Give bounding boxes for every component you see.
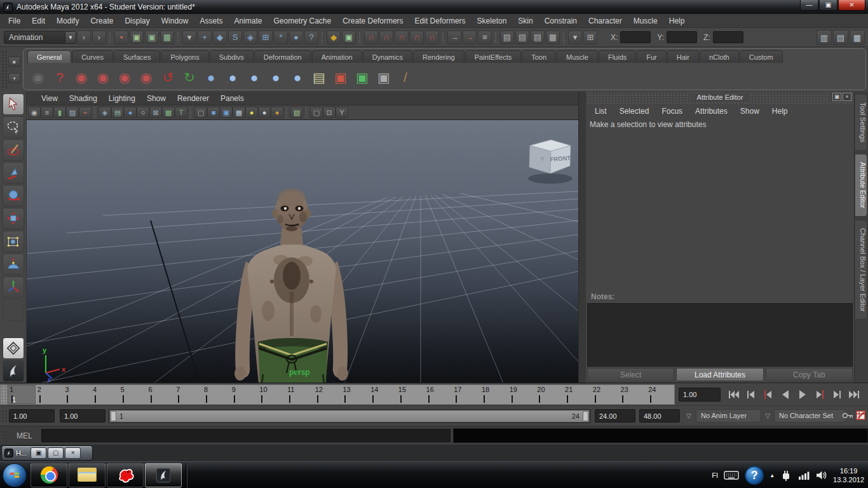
- command-line-language-toggle[interactable]: MEL: [17, 431, 32, 440]
- y-coordinate-input[interactable]: [667, 31, 697, 43]
- highlight-selection-icon[interactable]: ▣: [342, 30, 356, 44]
- single-pane-layout-button[interactable]: [3, 337, 24, 359]
- close-panel-icon[interactable]: ×: [843, 93, 851, 101]
- playblast-film-reel-icon[interactable]: ◉: [28, 67, 48, 87]
- character-set-dropdown-icon[interactable]: ▽: [763, 411, 773, 421]
- red-cube-select-icon[interactable]: ▣: [330, 67, 351, 87]
- move-tool-button[interactable]: [3, 162, 24, 184]
- select-rendering-icon[interactable]: ●: [289, 30, 303, 44]
- animation-end-input[interactable]: [639, 409, 680, 423]
- range-slider-track[interactable]: 1 24: [108, 409, 591, 423]
- close-window-icon[interactable]: ×: [65, 447, 81, 459]
- select-deformers-icon[interactable]: ⊞: [259, 30, 273, 44]
- shelf-tab-ncloth[interactable]: nCloth: [700, 50, 739, 63]
- share-view-icon[interactable]: Y: [336, 107, 348, 118]
- go-to-end-button[interactable]: [845, 386, 862, 403]
- frame-16[interactable]: 16: [424, 385, 452, 404]
- menu-window[interactable]: Window: [156, 14, 194, 28]
- close-button[interactable]: ✕: [838, 0, 865, 11]
- gate-mask-icon[interactable]: ○: [137, 107, 149, 118]
- menu-skeleton[interactable]: Skeleton: [471, 14, 513, 28]
- playback-end-input[interactable]: [595, 409, 635, 423]
- maya-taskbar-button[interactable]: [145, 463, 182, 487]
- animation-start-input[interactable]: [9, 409, 55, 423]
- step-forward-key-button[interactable]: [811, 386, 828, 403]
- menu-geometry-cache[interactable]: Geometry Cache: [268, 14, 337, 28]
- ae-menu-show[interactable]: Show: [734, 104, 766, 118]
- panel-splitter[interactable]: [578, 92, 586, 383]
- menu-constrain[interactable]: Constrain: [539, 14, 583, 28]
- mask-expand-icon[interactable]: ▾: [182, 30, 196, 44]
- shelf-drag-handle[interactable]: [1, 50, 7, 88]
- snap-to-grid-icon[interactable]: ∩: [364, 30, 378, 44]
- bookmarks-icon[interactable]: ▮: [53, 107, 66, 118]
- shelf-tab-hair[interactable]: Hair: [667, 50, 699, 63]
- frame-17[interactable]: 17: [452, 385, 480, 404]
- snap-to-point-icon[interactable]: ∩: [395, 30, 409, 44]
- joint-drop-c-icon[interactable]: ●: [266, 67, 286, 87]
- field-chart-icon[interactable]: ⊠: [149, 107, 162, 118]
- safe-title-icon[interactable]: T: [175, 107, 187, 118]
- scale-tool-button[interactable]: [3, 208, 24, 229]
- panel-menu-lighting[interactable]: Lighting: [103, 92, 141, 105]
- menu-set-dropdown[interactable]: Animation ▼: [4, 31, 76, 44]
- camera-dolly-tool-icon[interactable]: ◉: [114, 67, 135, 87]
- frame-22[interactable]: 22: [591, 385, 619, 404]
- outliner-panel-icon[interactable]: ▤: [309, 67, 329, 87]
- select-surfaces-icon[interactable]: ◈: [243, 30, 257, 44]
- textured-mode-icon[interactable]: ▦: [233, 107, 245, 118]
- shelf-tab-curves[interactable]: Curves: [72, 50, 113, 63]
- frame-4[interactable]: 4: [91, 385, 119, 404]
- menu-assets[interactable]: Assets: [194, 14, 228, 28]
- range-start-handle[interactable]: [111, 411, 116, 421]
- menu-edit[interactable]: Edit: [26, 14, 51, 28]
- shelf-tab-rendering[interactable]: Rendering: [413, 50, 465, 63]
- camera-fly-tool-icon[interactable]: ◉: [136, 67, 156, 87]
- show-channel-box-icon[interactable]: ▦: [850, 30, 865, 45]
- green-cube-select-icon[interactable]: ▣: [352, 67, 372, 87]
- frame-2[interactable]: 2: [36, 385, 64, 404]
- paint-effects-brush-icon[interactable]: /: [395, 67, 416, 87]
- chrome-taskbar-button[interactable]: [31, 463, 67, 487]
- set-key-icon[interactable]: [842, 412, 853, 419]
- panel-menu-show[interactable]: Show: [141, 92, 172, 105]
- title-bar[interactable]: Autodesk Maya 2012 x64 - Student Version…: [0, 0, 868, 14]
- lasso-tool-button[interactable]: [3, 116, 24, 138]
- gray-cube-select-icon[interactable]: ▣: [374, 67, 394, 87]
- shelf-tab-fur[interactable]: Fur: [637, 50, 667, 63]
- panel-menu-renderer[interactable]: Renderer: [172, 92, 215, 105]
- view-cube[interactable]: R FRONT: [528, 140, 573, 184]
- safe-action-icon[interactable]: ▩: [162, 107, 175, 118]
- resolution-gate-icon[interactable]: ●: [124, 107, 137, 118]
- restore-window-icon[interactable]: ▣: [31, 447, 46, 459]
- menu-animate[interactable]: Animate: [228, 14, 268, 28]
- minimized-window[interactable]: H... ▣ ▢ ×: [1, 445, 93, 461]
- sidebar-tab-tool-settings[interactable]: Tool Settings: [855, 94, 867, 151]
- ae-menu-help[interactable]: Help: [766, 104, 794, 118]
- film-gate-icon[interactable]: ▤: [111, 107, 124, 118]
- wireframe-cube-icon[interactable]: ▢: [194, 107, 207, 118]
- load-attributes-button[interactable]: Load Attributes: [676, 368, 763, 381]
- shelf-tab-muscle[interactable]: Muscle: [557, 50, 598, 63]
- high-quality-display-icon[interactable]: ⊡: [323, 107, 336, 118]
- frame-14[interactable]: 14: [369, 385, 397, 404]
- current-time-input[interactable]: [679, 388, 721, 402]
- ae-menu-attributes[interactable]: Attributes: [689, 104, 734, 118]
- wireframe-on-shaded-icon[interactable]: ▣: [220, 107, 233, 118]
- snap-to-view-plane-icon[interactable]: ∩: [410, 30, 424, 44]
- maximize-window-icon[interactable]: ▢: [48, 447, 64, 459]
- green-curve-arrow-icon[interactable]: ↻: [179, 67, 200, 87]
- ae-menu-focus[interactable]: Focus: [655, 104, 689, 118]
- shelf-tab-animation[interactable]: Animation: [312, 50, 362, 63]
- frame-11[interactable]: 11: [285, 385, 313, 404]
- frame-15[interactable]: 15: [397, 385, 424, 404]
- show-attribute-editor-icon[interactable]: ▥: [817, 30, 832, 45]
- menu-skin[interactable]: Skin: [512, 14, 538, 28]
- taskbar-clock[interactable]: 16:19 13.3.2012: [833, 466, 864, 484]
- go-to-start-button[interactable]: [725, 386, 742, 403]
- joint-drop-b-icon[interactable]: ●: [244, 67, 264, 87]
- select-button[interactable]: Select: [587, 368, 674, 381]
- output-from-selected-icon[interactable]: →: [463, 30, 477, 44]
- image-plane-icon[interactable]: ▨: [66, 107, 79, 118]
- language-indicator[interactable]: FI: [712, 471, 718, 479]
